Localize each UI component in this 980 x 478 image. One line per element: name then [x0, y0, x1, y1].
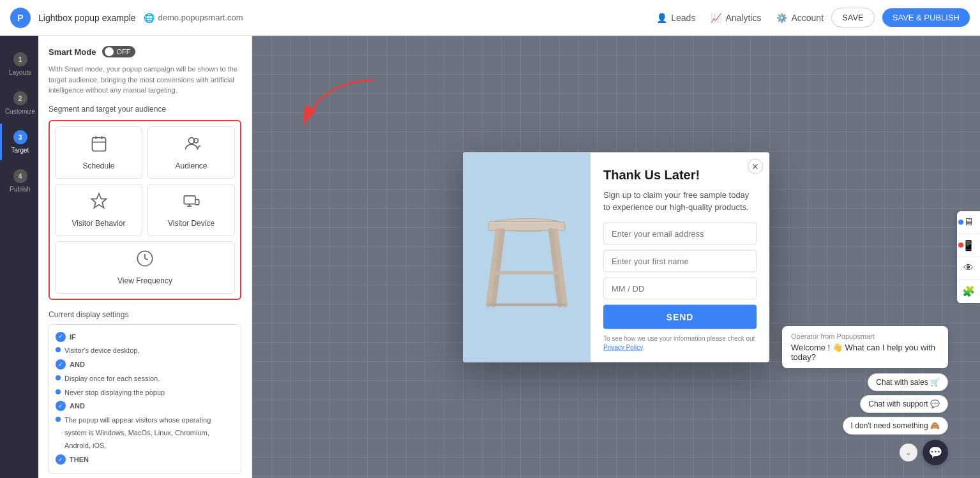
step-number-1: 1 — [13, 52, 27, 66]
chat-bubble: Operator from Popupsmart Welcome ! 👋 Wha… — [782, 326, 948, 368]
send-button[interactable]: SEND — [603, 304, 757, 329]
layers-button[interactable]: 🧩 — [957, 280, 980, 303]
toggle-label: OFF — [116, 48, 130, 56]
smart-mode-row: Smart Mode OFF — [49, 46, 241, 57]
analytics-nav-item[interactable]: 📈 Analytics — [711, 13, 761, 23]
sidebar-step-customize[interactable]: 2 Customize — [0, 85, 38, 121]
account-nav-item[interactable]: ⚙️ Account — [776, 13, 824, 23]
view-frequency-label: View Frequency — [117, 276, 172, 285]
name-input[interactable] — [603, 250, 757, 272]
popup-title: Thank Us Later! — [603, 167, 757, 182]
desktop-indicator — [958, 220, 963, 225]
email-input[interactable] — [603, 222, 757, 244]
analytics-icon: 📈 — [711, 13, 721, 23]
eye-icon: 👁 — [963, 262, 974, 274]
rule-if-label: IF — [70, 331, 76, 344]
app-logo: P — [10, 8, 31, 28]
leads-icon: 👤 — [656, 13, 667, 23]
red-arrow — [290, 74, 380, 140]
campaign-title: Lightbox popup example — [38, 13, 136, 23]
chat-toggle-button[interactable]: 💬 — [923, 440, 948, 465]
segment-card-visitor-device[interactable]: Visitor Device — [147, 184, 235, 236]
preview-button[interactable]: 👁 — [957, 257, 980, 280]
privacy-policy-link[interactable]: Privacy Policy — [603, 343, 643, 350]
leads-label: Leads — [671, 13, 695, 23]
sidebar-step-target[interactable]: 3 Target — [0, 124, 38, 160]
layers-icon: 🧩 — [962, 285, 975, 297]
visitor-device-label: Visitor Device — [168, 219, 215, 228]
save-button[interactable]: SAVE — [831, 8, 875, 27]
rule-badge-then: ✓ — [56, 454, 66, 465]
segment-grid: Schedule Audience — [49, 120, 241, 300]
chat-no-thanks-button[interactable]: I don't need something 🙈 — [843, 417, 948, 435]
app-header: P Lightbox popup example 🌐 demo.popupsma… — [0, 0, 980, 36]
svg-rect-0 — [92, 137, 105, 151]
globe-icon: 🌐 — [144, 13, 155, 23]
chat-sales-button[interactable]: Chat with sales 🛒 — [868, 373, 948, 391]
leads-nav-item[interactable]: 👤 Leads — [656, 13, 695, 23]
rule-badge-and1: ✓ — [56, 359, 66, 370]
sidebar-step-layouts[interactable]: 1 Layouts — [0, 46, 38, 82]
rule-then-label: THEN — [70, 454, 89, 467]
popup-footer: To see how we use your information pleas… — [603, 334, 757, 352]
step-number-4: 4 — [13, 169, 27, 183]
analytics-label: Analytics — [725, 13, 761, 23]
svg-rect-7 — [184, 195, 195, 204]
rule-then: ✓ THEN — [56, 454, 234, 467]
rule-device-text: Visitor's device desktop, — [64, 345, 139, 357]
smart-mode-label: Smart Mode — [49, 47, 96, 57]
chat-message: Welcome ! 👋 What can I help you with tod… — [791, 343, 939, 362]
sidebar-step-publish[interactable]: 4 Publish — [0, 163, 38, 199]
mobile-icon: 📱 — [962, 239, 975, 251]
segment-card-view-frequency[interactable]: View Frequency — [55, 241, 235, 294]
canvas-area: ✕ Thank Us Later! Sign up to claim your … — [252, 36, 980, 478]
rule-device: Visitor's device desktop, — [56, 345, 234, 357]
step-number-2: 2 — [13, 91, 27, 105]
rule-and2-label: AND — [70, 400, 85, 413]
rule-if: ✓ IF — [56, 331, 234, 344]
account-label: Account — [791, 13, 824, 23]
site-url: demo.popupsmart.com — [158, 13, 243, 22]
audience-icon — [183, 135, 200, 156]
segment-card-visitor-behavior[interactable]: Visitor Behavior — [55, 184, 142, 236]
step-label-layouts: Layouts — [9, 69, 31, 76]
chat-actions: Chat with sales 🛒 Chat with support 💬 I … — [843, 373, 948, 435]
smart-mode-description: With Smart mode, your popup campaign wil… — [49, 64, 241, 96]
rule-session: Display once for each session. — [56, 373, 234, 385]
mobile-indicator — [958, 243, 963, 248]
step-label-publish: Publish — [10, 186, 31, 193]
popup-description: Sign up to claim your free sample today … — [603, 188, 757, 213]
url-section: 🌐 demo.popupsmart.com — [144, 13, 243, 23]
desktop-icon: 🖥 — [963, 216, 974, 228]
mobile-view-button[interactable]: 📱 — [957, 234, 980, 257]
save-publish-button[interactable]: SAVE & PUBLISH — [882, 8, 970, 27]
date-input[interactable] — [603, 277, 757, 299]
schedule-card-label: Schedule — [82, 161, 114, 170]
popup-close-button[interactable]: ✕ — [748, 158, 763, 174]
rule-dot-never — [56, 389, 61, 394]
app-body: 1 Layouts 2 Customize 3 Target 4 Publish… — [0, 36, 980, 478]
rule-os: The popup will appear visitors whose ope… — [56, 414, 234, 452]
gear-icon: ⚙️ — [776, 13, 787, 23]
rule-and-2: ✓ AND — [56, 400, 234, 413]
schedule-icon — [90, 135, 108, 156]
popup-product-image — [463, 152, 591, 362]
chat-support-button[interactable]: Chat with support 💬 — [860, 395, 948, 413]
segment-card-audience[interactable]: Audience — [147, 126, 235, 179]
chat-collapse-button[interactable]: ⌄ — [900, 444, 917, 461]
rule-dot-session — [56, 375, 61, 380]
stool-svg — [469, 181, 584, 334]
visitor-behavior-label: Visitor Behavior — [72, 219, 126, 228]
desktop-view-button[interactable]: 🖥 — [957, 211, 980, 234]
segment-label: Segment and target your audience — [49, 105, 241, 114]
smart-mode-toggle[interactable]: OFF — [102, 46, 135, 57]
segment-card-schedule[interactable]: Schedule — [55, 126, 142, 179]
rule-badge-if: ✓ — [56, 332, 66, 342]
rule-never-text: Never stop displaying the popup — [64, 387, 165, 400]
visitor-device-icon — [183, 192, 200, 214]
current-display-section: Current display settings ✓ IF Visitor's … — [49, 310, 241, 475]
view-frequency-icon — [136, 250, 154, 271]
popup-modal: ✕ Thank Us Later! Sign up to claim your … — [463, 152, 769, 362]
rule-dot-device — [56, 347, 61, 352]
audience-card-label: Audience — [175, 161, 207, 170]
